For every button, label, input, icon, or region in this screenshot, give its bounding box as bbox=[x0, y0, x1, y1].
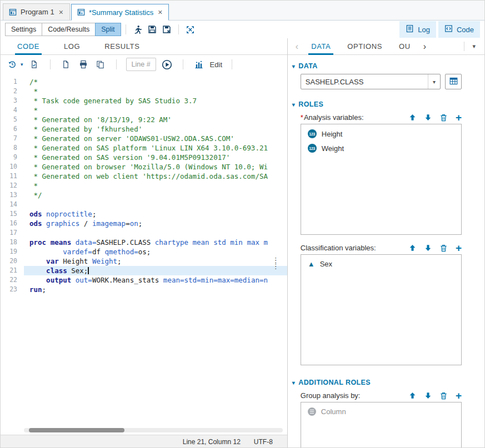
section-additional-roles[interactable]: ▾ ADDITIONAL ROLES bbox=[292, 379, 462, 386]
line-number[interactable]: 23 bbox=[1, 285, 24, 294]
code-line[interactable]: 6 * Generated by 'fkhurshed' bbox=[1, 124, 287, 134]
code-line[interactable]: 16ods graphics / imagemap=on; bbox=[1, 219, 287, 228]
line-number-button[interactable]: Line # bbox=[126, 58, 156, 71]
analysis-variables-list[interactable]: 123Height123Weight bbox=[301, 124, 462, 235]
line-number[interactable]: 15 bbox=[1, 209, 24, 219]
tab-results[interactable]: RESULTS bbox=[104, 38, 139, 54]
code-button[interactable]: Code bbox=[438, 21, 480, 38]
history-icon[interactable] bbox=[6, 58, 18, 71]
line-number[interactable]: 17 bbox=[1, 228, 24, 238]
dataset-select[interactable]: SASHELP.CLASS ▾ bbox=[301, 74, 441, 89]
add-icon[interactable]: + bbox=[456, 392, 462, 399]
table-viewer-button[interactable] bbox=[445, 74, 462, 89]
code-results-button[interactable]: Code/Results bbox=[42, 23, 96, 36]
section-roles[interactable]: ▾ ROLES bbox=[292, 100, 462, 108]
code-line[interactable]: 4 * bbox=[1, 105, 287, 115]
add-icon[interactable]: + bbox=[456, 114, 462, 121]
move-down-icon[interactable] bbox=[424, 244, 432, 251]
line-number[interactable]: 10 bbox=[1, 162, 24, 172]
move-up-icon[interactable] bbox=[409, 114, 416, 121]
code-line[interactable]: 20 var Height Weight; bbox=[1, 256, 287, 266]
group-analysis-list[interactable]: Column bbox=[301, 402, 462, 448]
code-line[interactable]: 1/* bbox=[1, 77, 287, 87]
code-editor[interactable]: 1/*2 *3 * Task code generated by SAS Stu… bbox=[1, 74, 287, 435]
code-line[interactable]: 19 vardef=df qmethod=os; bbox=[1, 247, 287, 256]
panel-menu-icon[interactable]: ▾ bbox=[467, 38, 481, 54]
log-button[interactable]: Log bbox=[399, 21, 436, 38]
split-button[interactable]: Split bbox=[95, 23, 121, 36]
move-down-icon[interactable] bbox=[424, 392, 432, 399]
code-line[interactable]: 18proc means data=SASHELP.CLASS chartype… bbox=[1, 238, 287, 247]
move-down-icon[interactable] bbox=[424, 114, 432, 121]
tab-data[interactable]: DATA bbox=[311, 38, 331, 54]
code-line[interactable]: 23run; bbox=[1, 285, 287, 294]
tab-output[interactable]: OU bbox=[399, 38, 411, 54]
close-icon[interactable]: × bbox=[58, 9, 64, 16]
code-line[interactable]: 7 * Generated on server 'ODAWS01-USW2.OD… bbox=[1, 134, 287, 143]
code-line[interactable]: 10 * Generated on browser 'Mozilla/5.0 (… bbox=[1, 162, 287, 172]
open-program-icon[interactable] bbox=[28, 58, 41, 71]
new-document-icon[interactable] bbox=[60, 58, 72, 71]
code-line[interactable]: 15ods noproctitle; bbox=[1, 209, 287, 219]
move-up-icon[interactable] bbox=[409, 392, 416, 399]
line-number[interactable]: 20 bbox=[1, 256, 24, 266]
print-icon[interactable] bbox=[77, 58, 89, 71]
line-number[interactable]: 3 bbox=[1, 96, 24, 105]
line-number[interactable]: 12 bbox=[1, 181, 24, 190]
classification-variables-list[interactable]: ▲Sex bbox=[301, 254, 462, 365]
code-line[interactable]: 12 * bbox=[1, 181, 287, 190]
code-line[interactable]: 5 * Generated on '8/13/19, 9:22 AM' bbox=[1, 115, 287, 124]
code-line[interactable]: 9 * Generated on SAS version '9.04.01M5P… bbox=[1, 153, 287, 162]
close-icon[interactable]: × bbox=[157, 9, 163, 16]
delete-icon[interactable] bbox=[440, 114, 447, 122]
line-number[interactable]: 9 bbox=[1, 153, 24, 162]
line-number[interactable]: 18 bbox=[1, 238, 24, 247]
scroll-tabs-left-icon[interactable]: ‹ bbox=[291, 38, 303, 54]
add-icon[interactable]: + bbox=[456, 244, 462, 251]
line-number[interactable]: 14 bbox=[1, 200, 24, 209]
tab-program-1[interactable]: Program 1 × bbox=[3, 3, 70, 20]
code-line[interactable]: 8 * Generated on SAS platform 'Linux LIN… bbox=[1, 143, 287, 153]
code-line[interactable]: 2 * bbox=[1, 87, 287, 96]
line-number[interactable]: 2 bbox=[1, 87, 24, 96]
line-number[interactable]: 16 bbox=[1, 219, 24, 228]
horizontal-scrollbar[interactable] bbox=[24, 428, 283, 432]
line-number[interactable]: 7 bbox=[1, 134, 24, 143]
line-number[interactable]: 19 bbox=[1, 247, 24, 256]
tab-log[interactable]: LOG bbox=[64, 38, 80, 54]
section-data[interactable]: ▾ DATA bbox=[292, 62, 462, 70]
line-number[interactable]: 4 bbox=[1, 105, 24, 115]
delete-icon[interactable] bbox=[440, 392, 447, 400]
delete-icon[interactable] bbox=[440, 244, 447, 252]
tab-options[interactable]: OPTIONS bbox=[347, 38, 382, 54]
variable-item[interactable]: 123Height bbox=[301, 127, 461, 141]
maximize-view-icon[interactable] bbox=[184, 23, 197, 36]
variable-item[interactable]: Column bbox=[301, 405, 461, 419]
scroll-tabs-right-icon[interactable]: › bbox=[419, 38, 431, 54]
line-number[interactable]: 13 bbox=[1, 190, 24, 200]
settings-button[interactable]: Settings bbox=[5, 23, 42, 36]
line-number[interactable]: 6 bbox=[1, 124, 24, 134]
edit-label[interactable]: Edit bbox=[210, 61, 222, 69]
code-line[interactable]: 14 bbox=[1, 200, 287, 209]
copy-icon[interactable] bbox=[94, 58, 107, 71]
variable-item[interactable]: ▲Sex bbox=[301, 257, 461, 271]
run-icon[interactable] bbox=[131, 23, 144, 36]
code-line[interactable]: 17 bbox=[1, 228, 287, 238]
submit-icon[interactable] bbox=[161, 58, 173, 71]
line-number[interactable]: 8 bbox=[1, 143, 24, 153]
scrollbar-thumb[interactable] bbox=[29, 428, 124, 432]
code-line[interactable]: 11 * Generated on web client 'https://od… bbox=[1, 172, 287, 181]
save-all-icon[interactable] bbox=[160, 23, 173, 36]
tab-summary-statistics[interactable]: *Summary Statistics × bbox=[71, 4, 169, 21]
code-line[interactable]: 21 class Sex; bbox=[1, 266, 287, 275]
save-icon[interactable] bbox=[146, 23, 159, 36]
line-number[interactable]: 1 bbox=[1, 77, 24, 87]
line-number[interactable]: 5 bbox=[1, 115, 24, 124]
chart-icon[interactable] bbox=[193, 58, 205, 71]
variable-item[interactable]: 123Weight bbox=[301, 141, 461, 155]
line-number[interactable]: 22 bbox=[1, 275, 24, 285]
line-number[interactable]: 11 bbox=[1, 172, 24, 181]
move-up-icon[interactable] bbox=[409, 244, 416, 251]
code-line[interactable]: 3 * Task code generated by SAS Studio 3.… bbox=[1, 96, 287, 105]
